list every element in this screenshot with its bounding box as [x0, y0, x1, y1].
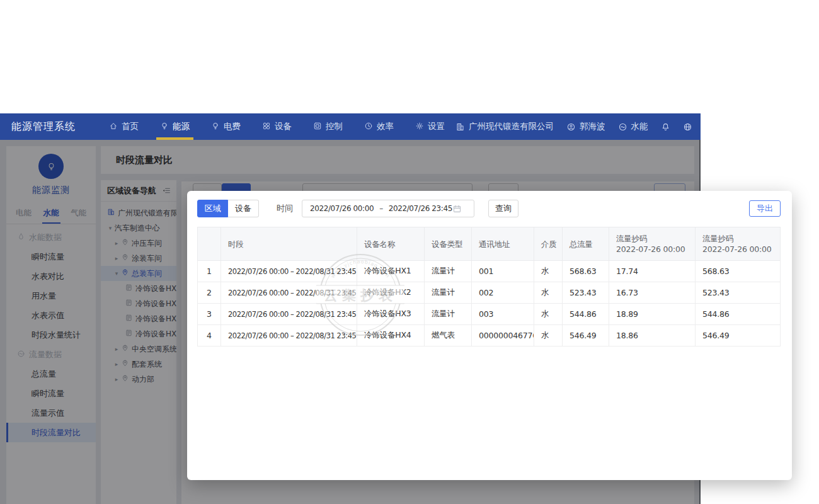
- mode-tab[interactable]: 区域: [197, 200, 228, 217]
- date-separator: –: [379, 204, 383, 213]
- mode-tab[interactable]: 设备: [228, 200, 259, 217]
- table-header-cell: 时段: [221, 227, 357, 261]
- topnav-item[interactable]: 设置: [409, 113, 451, 140]
- table-row: 42022/07/26 00:00 – 2022/08/31 23:45冷饰设备…: [198, 325, 781, 346]
- table-cell: 2022/07/26 00:00 – 2022/08/31 23:45: [221, 325, 357, 346]
- table-cell: 流量计: [425, 261, 472, 282]
- table-row: 12022/07/26 00:00 – 2022/08/31 23:45冷饰设备…: [198, 261, 781, 282]
- user-icon: [566, 122, 576, 132]
- table-cell: 冷饰设备HX2: [357, 282, 425, 304]
- table-cell: 水: [534, 261, 563, 282]
- topnav-item[interactable]: 控制: [307, 113, 349, 140]
- table-header-cell: 流量抄码2022-07-26 00:00: [696, 227, 781, 261]
- globe-icon: [683, 122, 692, 132]
- page: 能源管理系统 首页能源电费设备控制效率设置 广州现代锻造有限公司 郭海波 水能: [0, 0, 819, 504]
- table-cell: 水: [534, 304, 563, 325]
- topnav-label: 控制: [326, 121, 343, 132]
- table-cell: 2022/07/26 00:00 – 2022/08/31 23:45: [221, 304, 357, 325]
- language-button[interactable]: [683, 122, 692, 132]
- topnav-label: 首页: [122, 121, 139, 132]
- table-cell: 000000046776: [472, 325, 534, 346]
- table-cell: 546.49: [563, 325, 609, 346]
- table-cell: 1: [198, 261, 221, 282]
- filter-bar: 区域设备 时间 2022/07/26 00:00 – 2022/07/26 23…: [197, 200, 782, 217]
- control-icon: [313, 122, 322, 132]
- topnav-item[interactable]: 效率: [358, 113, 400, 140]
- company-selector[interactable]: 广州现代锻造有限公司: [455, 121, 554, 132]
- table-cell: 544.86: [696, 304, 781, 325]
- top-navigation-bar: 能源管理系统 首页能源电费设备控制效率设置 广州现代锻造有限公司 郭海波 水能: [0, 113, 701, 140]
- user-menu[interactable]: 郭海波: [566, 121, 605, 132]
- table-cell: 523.43: [696, 282, 781, 304]
- table-cell: 002: [472, 282, 534, 304]
- date-range-input[interactable]: 2022/07/26 00:00 – 2022/07/26 23:45: [302, 200, 474, 217]
- home-icon: [109, 122, 118, 132]
- bulb-icon: [211, 122, 220, 132]
- table-cell: 水: [534, 282, 563, 304]
- export-button[interactable]: 导出: [749, 200, 781, 217]
- topbar-right: 广州现代锻造有限公司 郭海波 水能: [455, 121, 692, 132]
- table-row: 32022/07/26 00:00 – 2022/08/31 23:45冷饰设备…: [198, 304, 781, 325]
- energy-mode-label: 水能: [631, 121, 648, 132]
- user-name: 郭海波: [580, 121, 605, 132]
- table-cell: 冷饰设备HX3: [357, 304, 425, 325]
- table-row: 22022/07/26 00:00 – 2022/08/31 23:45冷饰设备…: [198, 282, 781, 304]
- energy-mode-selector[interactable]: 水能: [618, 121, 648, 132]
- table-cell: 17.74: [609, 261, 696, 282]
- flow-data-table: 时段设备名称设备类型通讯地址介质总流量流量抄码2022-07-26 00:00流…: [197, 227, 781, 346]
- query-button[interactable]: 查询: [488, 200, 518, 217]
- bell-icon: [661, 122, 670, 132]
- topnav-label: 效率: [377, 121, 394, 132]
- table-cell: 546.49: [696, 325, 781, 346]
- date-end: 2022/07/26 23:45: [389, 204, 452, 213]
- topnav-item[interactable]: 能源: [154, 113, 196, 140]
- table-cell: 水: [534, 325, 563, 346]
- table-cell: 3: [198, 304, 221, 325]
- table-cell: 冷饰设备HX1: [357, 261, 425, 282]
- topnav-item[interactable]: 设备: [256, 113, 298, 140]
- table-cell: 4: [198, 325, 221, 346]
- time-label: 时间: [277, 203, 293, 214]
- table-header-cell: 设备名称: [357, 227, 425, 261]
- table-cell: 568.63: [563, 261, 609, 282]
- water-circle-icon: [618, 122, 627, 132]
- calendar-icon[interactable]: [452, 204, 462, 214]
- table-cell: 523.43: [563, 282, 609, 304]
- bulb-icon: [160, 122, 169, 132]
- table-cell: 2022/07/26 00:00 – 2022/08/31 23:45: [221, 261, 357, 282]
- table-header-cell: 介质: [534, 227, 563, 261]
- table-cell: 冷饰设备HX4: [357, 325, 425, 346]
- app-title: 能源管理系统: [11, 120, 98, 134]
- topnav-label: 能源: [173, 121, 190, 132]
- table-cell: 燃气表: [425, 325, 472, 346]
- notifications-button[interactable]: [661, 122, 670, 132]
- table-cell: 流量计: [425, 282, 472, 304]
- table-cell: 18.89: [609, 304, 696, 325]
- topnav-item[interactable]: 首页: [103, 113, 145, 140]
- table-cell: 流量计: [425, 304, 472, 325]
- topnav-label: 电费: [224, 121, 241, 132]
- date-start: 2022/07/26 00:00: [310, 204, 374, 213]
- table-header-cell: 总流量: [563, 227, 609, 261]
- building-icon: [455, 122, 465, 132]
- company-name: 广州现代锻造有限公司: [469, 121, 554, 132]
- topnav-label: 设备: [275, 121, 292, 132]
- table-cell: 16.73: [609, 282, 696, 304]
- gear-icon: [415, 122, 424, 132]
- table-cell: 003: [472, 304, 534, 325]
- table-cell: 568.63: [696, 261, 781, 282]
- flow-comparison-dialog: 区域设备 时间 2022/07/26 00:00 – 2022/07/26 23…: [187, 191, 792, 480]
- table-header-cell: [198, 227, 221, 261]
- table-cell: 2022/07/26 00:00 – 2022/08/31 23:45: [221, 282, 357, 304]
- table-header-cell: 设备类型: [425, 227, 472, 261]
- grid-icon: [262, 122, 271, 132]
- table-cell: 2: [198, 282, 221, 304]
- topnav-label: 设置: [428, 121, 445, 132]
- table-header-cell: 流量抄码2022-07-26 00:00: [609, 227, 696, 261]
- table-cell: 544.86: [563, 304, 609, 325]
- topnav-item[interactable]: 电费: [205, 113, 247, 140]
- table-cell: 001: [472, 261, 534, 282]
- clock-icon: [364, 122, 373, 132]
- mode-segmented-control: 区域设备: [197, 200, 259, 217]
- top-nav: 首页能源电费设备控制效率设置: [98, 113, 455, 140]
